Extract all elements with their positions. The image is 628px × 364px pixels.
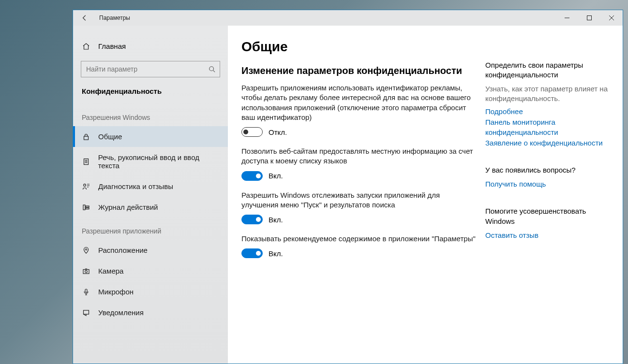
setting-language-list: Позволить веб-сайтам предоставлять местн… [241,146,476,181]
toggle-state-label: Откл. [269,128,287,136]
svg-rect-18 [85,289,87,292]
aside-title: Определить свои параметры конфиденциальн… [485,60,611,80]
sidebar-section-apps: Разрешения приложений [73,218,228,240]
main-panel: Общие Изменение параметров конфиденциаль… [228,26,623,364]
toggle-state-label: Вкл. [269,249,283,258]
titlebar: Параметры [73,10,623,26]
search-wrap [81,61,220,77]
sidebar: Главная Конфиденциальность Разрешения Wi… [73,26,228,364]
toggle-language-list[interactable] [241,171,263,181]
setting-advertising-id: Разрешить приложениям использовать идент… [241,83,476,137]
sidebar-item-camera[interactable]: Камера [73,261,228,281]
clipboard-icon [82,158,90,165]
sidebar-item-label: Журнал действий [98,203,158,211]
svg-point-4 [209,67,214,71]
sidebar-section-windows: Разрешения Windows [73,104,228,126]
sidebar-category: Конфиденциальность [73,82,228,104]
aside-title: Помогите усовершенствовать Windows [485,206,611,226]
window-controls [556,10,623,26]
aside-title: У вас появились вопросы? [485,165,611,175]
svg-line-5 [213,71,215,73]
svg-point-11 [84,184,86,186]
link-privacy-statement[interactable]: Заявление о конфиденциальности [485,138,611,148]
search-icon [209,66,215,73]
svg-rect-13 [86,206,89,207]
link-learn-more[interactable]: Подробнее [485,106,611,116]
content: Общие Изменение параметров конфиденциаль… [241,39,476,352]
sidebar-item-label: Общие [98,132,122,141]
svg-point-15 [86,248,87,250]
notifications-icon [82,309,90,317]
sidebar-item-label: Речь, рукописный ввод и ввод текста [98,153,220,170]
setting-desc: Разрешить Windows отслеживать запуски пр… [241,190,476,210]
toggle-state-label: Вкл. [269,216,283,224]
toggle-state-label: Вкл. [269,172,283,180]
svg-rect-19 [84,310,89,314]
sidebar-item-label: Диагностика и отзывы [98,182,173,190]
sidebar-item-label: Микрофон [98,288,134,296]
setting-desc: Разрешить приложениям использовать идент… [241,83,476,122]
search-input[interactable] [81,61,220,77]
close-button[interactable] [600,10,623,26]
sidebar-home-label: Главная [98,42,126,50]
toggle-suggested-content[interactable] [241,248,263,258]
back-button[interactable] [78,11,91,25]
setting-suggested-content: Показывать рекомендуемое содержимое в пр… [241,234,476,258]
link-get-help[interactable]: Получить помощь [485,179,611,189]
location-icon [82,247,90,254]
link-give-feedback[interactable]: Оставить отзыв [485,230,611,240]
minimize-button[interactable] [556,10,578,26]
svg-rect-1 [587,16,592,20]
sidebar-item-speech[interactable]: Речь, рукописный ввод и ввод текста [73,147,228,176]
aside-feedback: Помогите усовершенствовать Windows Остав… [485,206,611,240]
sidebar-item-location[interactable]: Расположение [73,240,228,261]
toggle-advertising-id[interactable] [241,127,263,137]
setting-desc: Позволить веб-сайтам предоставлять местн… [241,146,476,166]
sidebar-item-label: Камера [98,267,123,275]
svg-point-17 [85,270,88,273]
settings-window: Параметры Главная [73,10,623,364]
sidebar-item-diagnostics[interactable]: Диагностика и отзывы [73,176,228,197]
toggle-app-launches[interactable] [241,215,263,224]
setting-desc: Показывать рекомендуемое содержимое в пр… [241,234,476,244]
svg-rect-6 [84,136,89,140]
link-privacy-dashboard[interactable]: Панель мониторинга конфиденциальности [485,117,611,137]
aside-muted: Узнать, как этот параметр влияет на конф… [485,84,611,104]
page-title: Общие [241,39,476,55]
aside: Определить свои параметры конфиденциальн… [485,39,611,352]
setting-app-launches: Разрешить Windows отслеживать запуски пр… [241,190,476,225]
maximize-button[interactable] [578,10,600,26]
svg-rect-14 [86,208,89,209]
feedback-icon [82,183,90,190]
sidebar-item-general[interactable]: Общие [73,126,228,147]
page-subheading: Изменение параметров конфиденциальности [241,65,476,76]
camera-icon [82,267,90,275]
svg-rect-16 [83,269,89,274]
microphone-icon [82,288,90,296]
sidebar-item-label: Расположение [98,246,148,254]
window-title: Параметры [99,15,130,21]
sidebar-item-microphone[interactable]: Микрофон [73,281,228,302]
sidebar-item-activity[interactable]: Журнал действий [73,197,228,218]
lock-icon [82,133,90,141]
sidebar-item-notifications[interactable]: Уведомления [73,302,228,323]
svg-rect-12 [83,205,85,210]
activity-icon [82,204,90,211]
sidebar-home[interactable]: Главная [73,37,228,55]
sidebar-item-label: Уведомления [98,308,144,317]
aside-privacy-info: Определить свои параметры конфиденциальн… [485,60,611,148]
home-icon [82,43,90,50]
aside-questions: У вас появились вопросы? Получить помощь [485,165,611,189]
